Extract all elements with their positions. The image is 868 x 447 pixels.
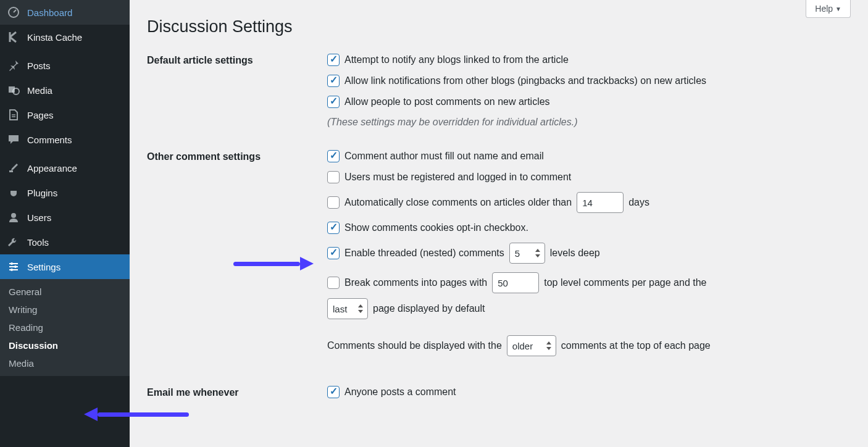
select-comment-order[interactable]: [507, 335, 556, 356]
brush-icon: [7, 162, 20, 174]
checkbox-auto-close[interactable]: [327, 196, 340, 209]
label-part: comments at the top of each page: [561, 340, 711, 351]
page-icon: [7, 109, 20, 121]
checkbox-label: Anyone posts a comment: [344, 386, 456, 398]
sidebar-item-users[interactable]: Users: [0, 205, 130, 230]
sidebar-item-kinsta-cache[interactable]: Kinsta Cache: [0, 25, 130, 49]
checkbox-anyone-posts[interactable]: [327, 386, 340, 398]
pushpin-icon: [7, 59, 20, 72]
label-part: page displayed by default: [373, 303, 485, 314]
override-note: (These settings may be overridden for in…: [327, 117, 578, 128]
sidebar-item-posts[interactable]: Posts: [0, 53, 130, 78]
sidebar-item-label: Plugins: [27, 188, 57, 198]
sidebar-item-label: Appearance: [27, 163, 77, 173]
sidebar-item-media[interactable]: Media: [0, 78, 130, 102]
sidebar-item-plugins[interactable]: Plugins: [0, 180, 130, 205]
checkbox-label: Show comments cookies opt-in checkbox.: [344, 222, 528, 233]
svg-point-6: [14, 265, 17, 268]
checkbox-label: Allow link notifications from other blog…: [344, 75, 706, 86]
page-title: Discussion Settings: [147, 17, 851, 36]
chevron-down-icon: ▼: [835, 6, 841, 12]
sidebar-item-comments[interactable]: Comments: [0, 127, 130, 152]
sliders-icon: [7, 261, 20, 273]
label-part: days: [628, 197, 649, 208]
help-label: Help: [815, 4, 833, 14]
sidebar-item-label: Media: [27, 85, 52, 96]
sidebar-item-appearance[interactable]: Appearance: [0, 156, 130, 180]
sidebar-item-label: Settings: [27, 262, 61, 272]
checkbox-label: Attempt to notify any blogs linked to fr…: [344, 54, 569, 65]
submenu-media[interactable]: Media: [0, 354, 130, 372]
checkbox-label: Comment author must fill out name and em…: [344, 151, 544, 162]
svg-point-4: [11, 213, 16, 218]
label-part: Enable threaded (nested) comments: [344, 248, 504, 259]
settings-submenu: General Writing Reading Discussion Media: [0, 279, 130, 376]
checkbox-paginate[interactable]: [327, 277, 340, 289]
users-icon: [7, 211, 20, 224]
submenu-reading[interactable]: Reading: [0, 319, 130, 336]
checkbox-cookies-optin[interactable]: [327, 222, 340, 234]
section-default-article: Default article settings Attempt to noti…: [147, 54, 851, 136]
svg-point-7: [10, 269, 13, 271]
sidebar-item-label: Users: [27, 212, 51, 223]
plug-icon: [7, 186, 20, 199]
dashboard-icon: [7, 6, 20, 19]
comment-icon: [7, 133, 20, 146]
kinsta-icon: [7, 31, 20, 43]
checkbox-label: Users must be registered and logged in t…: [344, 172, 571, 183]
sidebar-item-label: Comments: [27, 135, 72, 145]
admin-sidebar: Dashboard Kinsta Cache Posts Media Pages…: [0, 0, 130, 447]
section-heading: Default article settings: [147, 54, 327, 136]
sidebar-item-pages[interactable]: Pages: [0, 102, 130, 127]
label-part: Break comments into pages with: [344, 277, 487, 288]
annotation-arrow-discussion: [84, 409, 189, 421]
label-part: levels deep: [550, 248, 600, 259]
select-default-page[interactable]: [327, 298, 368, 319]
label-part: Comments should be displayed with the: [327, 340, 502, 351]
annotation-arrow-cookies: [233, 258, 314, 269]
input-close-days[interactable]: [577, 192, 624, 213]
main-content: Help ▼ Discussion Settings Default artic…: [130, 0, 868, 447]
sidebar-item-tools[interactable]: Tools: [0, 230, 130, 254]
sidebar-item-label: Tools: [27, 237, 49, 248]
sidebar-item-label: Pages: [27, 110, 54, 120]
input-comments-per-page[interactable]: [492, 272, 539, 293]
sidebar-item-dashboard[interactable]: Dashboard: [0, 0, 130, 25]
sidebar-item-label: Posts: [27, 61, 51, 71]
checkbox-notify-blogs[interactable]: [327, 54, 340, 66]
select-thread-depth[interactable]: [509, 243, 545, 264]
checkbox-require-name-email[interactable]: [327, 150, 340, 162]
submenu-discussion[interactable]: Discussion: [0, 336, 130, 354]
section-heading: Email me whenever: [147, 386, 327, 407]
media-icon: [7, 84, 20, 96]
section-email-whenever: Email me whenever Anyone posts a comment: [147, 386, 851, 407]
label-part: top level comments per page and the: [544, 277, 706, 288]
checkbox-allow-pingbacks[interactable]: [327, 75, 340, 87]
sidebar-item-settings[interactable]: Settings: [0, 254, 130, 279]
sidebar-item-label: Kinsta Cache: [27, 32, 82, 43]
label-part: Automatically close comments on articles…: [344, 197, 572, 208]
checkbox-label: Allow people to post comments on new art…: [344, 96, 550, 107]
wrench-icon: [7, 236, 20, 248]
help-tab[interactable]: Help ▼: [806, 0, 851, 18]
checkbox-allow-comments[interactable]: [327, 96, 340, 108]
svg-point-5: [10, 262, 13, 265]
svg-rect-3: [9, 170, 13, 172]
checkbox-require-registered[interactable]: [327, 171, 340, 183]
checkbox-threaded[interactable]: [327, 247, 340, 259]
sidebar-item-label: Dashboard: [27, 7, 72, 18]
submenu-general[interactable]: General: [0, 283, 130, 301]
submenu-writing[interactable]: Writing: [0, 301, 130, 319]
